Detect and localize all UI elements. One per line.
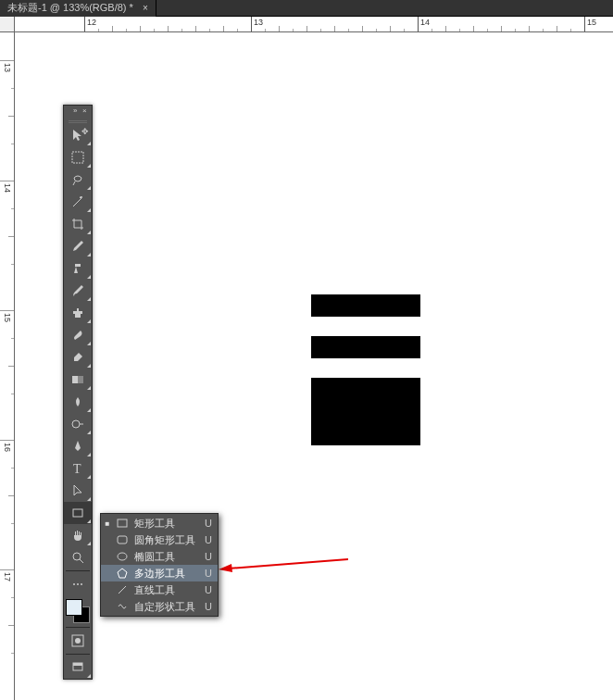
- marquee-tool[interactable]: [64, 146, 92, 169]
- shape-tool[interactable]: [64, 502, 92, 524]
- flyout-item-shortcut: U: [205, 534, 212, 545]
- flyout-item-label: 自定形状工具: [134, 600, 199, 614]
- pen-tool[interactable]: [64, 435, 92, 457]
- flyout-ellipse-tool[interactable]: 椭圆工具 U: [101, 548, 218, 565]
- ruler-corner: [0, 17, 15, 32]
- ruler-h-label: 12: [87, 18, 96, 27]
- polygon-icon: [116, 568, 129, 579]
- flyout-rectangle-tool[interactable]: ■ 矩形工具 U: [101, 515, 218, 531]
- svg-point-10: [77, 583, 79, 585]
- ruler-v-label: 16: [3, 443, 12, 452]
- edit-toolbar-button[interactable]: [64, 573, 92, 595]
- vertical-ruler[interactable]: 13 14 15 16 17: [0, 32, 15, 700]
- svg-point-18: [118, 553, 127, 560]
- flyout-item-label: 直线工具: [134, 583, 199, 597]
- move-tool[interactable]: ✥: [64, 124, 92, 146]
- svg-point-13: [75, 638, 81, 644]
- svg-line-21: [228, 559, 348, 569]
- flyout-item-label: 矩形工具: [134, 517, 199, 531]
- quick-mask-toggle[interactable]: [64, 630, 92, 652]
- flyout-item-shortcut: U: [205, 568, 212, 579]
- healing-brush-tool[interactable]: [64, 257, 92, 280]
- annotation-arrow-icon: [219, 556, 348, 574]
- flyout-item-label: 圆角矩形工具: [134, 533, 199, 547]
- ruler-v-label: 14: [3, 183, 12, 193]
- svg-point-9: [73, 583, 75, 585]
- color-swatches: [64, 597, 92, 625]
- gradient-tool[interactable]: [64, 369, 92, 391]
- rectangle-icon: [116, 518, 129, 529]
- ruler-v-label: 17: [3, 572, 12, 581]
- foreground-color-swatch[interactable]: [66, 599, 82, 616]
- close-icon[interactable]: ×: [143, 3, 148, 13]
- ruler-h-label: 15: [587, 18, 596, 27]
- flyout-line-tool[interactable]: 直线工具 U: [101, 581, 218, 598]
- tools-panel: » × ✥ T: [63, 105, 93, 680]
- blur-tool[interactable]: [64, 391, 92, 413]
- svg-point-1: [81, 196, 82, 198]
- ruler-v-label: 13: [3, 63, 12, 72]
- document-tab[interactable]: 未标题-1 @ 133%(RGB/8) * ×: [0, 0, 156, 17]
- brush-tool[interactable]: [64, 280, 92, 302]
- flyout-custom-shape-tool[interactable]: 自定形状工具 U: [101, 598, 218, 615]
- flyout-item-label: 多边形工具: [134, 567, 199, 581]
- eraser-tool[interactable]: [64, 346, 92, 369]
- rounded-rectangle-icon: [116, 534, 129, 545]
- history-brush-tool[interactable]: [64, 324, 92, 346]
- svg-point-8: [73, 553, 81, 560]
- svg-rect-15: [73, 663, 82, 666]
- ruler-h-label: 14: [420, 18, 430, 27]
- shape-tool-flyout: ■ 矩形工具 U 圆角矩形工具 U 椭圆工具 U 多边形工具 U 直线工具 U …: [100, 513, 219, 617]
- screen-mode-toggle[interactable]: [64, 656, 92, 679]
- custom-shape-icon: [116, 601, 129, 612]
- collapse-icon[interactable]: »: [73, 107, 81, 115]
- ruler-h-label: 13: [254, 18, 263, 27]
- lasso-tool[interactable]: [64, 169, 92, 191]
- hand-tool[interactable]: [64, 524, 92, 546]
- svg-text:T: T: [73, 462, 81, 476]
- rectangle-shape: [311, 294, 420, 317]
- svg-rect-0: [72, 152, 83, 163]
- flyout-rounded-rectangle-tool[interactable]: 圆角矩形工具 U: [101, 531, 218, 548]
- rectangle-shape: [311, 336, 420, 358]
- svg-marker-19: [118, 569, 127, 578]
- crop-tool[interactable]: [64, 213, 92, 235]
- eyedropper-tool[interactable]: [64, 235, 92, 257]
- clone-stamp-tool[interactable]: [64, 302, 92, 324]
- horizontal-ruler[interactable]: 12 13 14 15: [15, 17, 613, 32]
- flyout-item-shortcut: U: [205, 518, 212, 529]
- active-marker-icon: ■: [105, 519, 110, 528]
- ellipse-icon: [116, 551, 129, 562]
- svg-marker-22: [219, 564, 232, 572]
- svg-point-5: [72, 420, 80, 428]
- type-tool[interactable]: T: [64, 457, 92, 480]
- flyout-item-shortcut: U: [205, 601, 212, 612]
- svg-rect-16: [118, 519, 127, 527]
- magic-wand-tool[interactable]: [64, 191, 92, 213]
- panel-close-icon[interactable]: ×: [82, 107, 90, 115]
- flyout-polygon-tool[interactable]: 多边形工具 U: [101, 565, 218, 581]
- svg-line-20: [119, 586, 126, 594]
- toolbar-grip[interactable]: [64, 117, 92, 124]
- dodge-tool[interactable]: [64, 413, 92, 435]
- line-icon: [116, 584, 129, 595]
- path-selection-tool[interactable]: [64, 480, 92, 502]
- svg-rect-7: [73, 509, 82, 517]
- svg-rect-17: [118, 536, 127, 544]
- svg-rect-2: [75, 264, 81, 267]
- flyout-item-label: 椭圆工具: [134, 550, 199, 564]
- svg-rect-4: [72, 376, 78, 383]
- zoom-tool[interactable]: [64, 546, 92, 569]
- flyout-item-shortcut: U: [205, 584, 212, 595]
- ruler-v-label: 15: [3, 313, 12, 322]
- document-tab-title: 未标题-1 @ 133%(RGB/8) *: [7, 1, 133, 15]
- toolbar-header: » ×: [64, 106, 92, 117]
- document-tab-bar: 未标题-1 @ 133%(RGB/8) * ×: [0, 0, 613, 17]
- svg-point-11: [81, 583, 82, 585]
- rectangle-shape: [311, 378, 420, 445]
- flyout-item-shortcut: U: [205, 551, 212, 562]
